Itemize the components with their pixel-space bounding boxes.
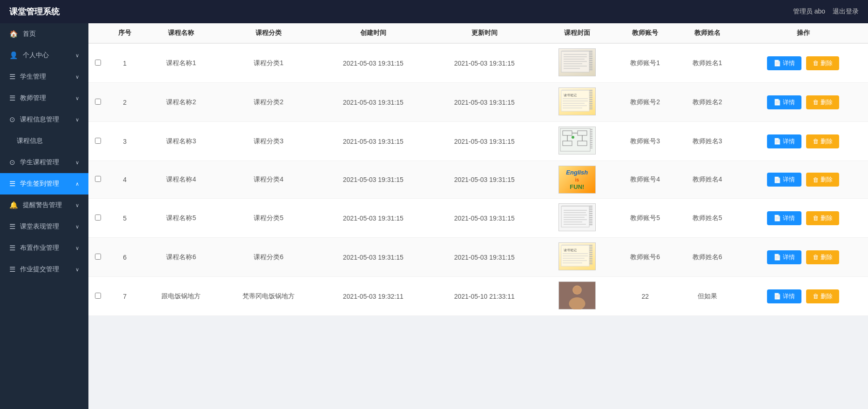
checkbox-4[interactable]	[95, 176, 101, 182]
row-checkbox-2[interactable]	[88, 83, 107, 122]
sidebar-item-home[interactable]: 🏠 首页	[0, 23, 88, 45]
chevron-icon-course-info-mgmt: ∨	[75, 117, 79, 123]
col-created: 创建时间	[317, 23, 429, 43]
row-index-6: 6	[107, 238, 142, 277]
table-row: 1 课程名称1 课程分类1 2021-05-03 19:31:15 2021-0…	[88, 43, 868, 83]
checkbox-7[interactable]	[95, 293, 101, 299]
delete-button-4[interactable]: 🗑 删除	[806, 173, 839, 187]
row-updated-7: 2021-05-10 21:33:11	[429, 277, 540, 316]
chevron-icon-student-checkin-mgmt: ∧	[75, 181, 79, 187]
row-category-3: 课程分类3	[220, 122, 317, 161]
checkbox-2[interactable]	[95, 99, 101, 105]
detail-icon-7: 📄	[774, 293, 781, 300]
row-checkbox-3[interactable]	[88, 122, 107, 161]
delete-button-3[interactable]: 🗑 删除	[806, 134, 839, 148]
user-label: 管理员 abo	[793, 7, 825, 16]
sidebar-item-personal[interactable]: 👤 个人中心 ∨	[0, 45, 88, 66]
chevron-icon-homework-submit-mgmt: ∨	[75, 267, 79, 273]
detail-icon-3: 📄	[774, 138, 781, 145]
row-index-1: 1	[107, 43, 142, 83]
sidebar-item-student-course-mgmt[interactable]: ⊙ 学生课程管理 ∨	[0, 152, 88, 173]
delete-button-1[interactable]: 🗑 删除	[806, 56, 839, 70]
chevron-icon-reminder-mgmt: ∨	[75, 202, 79, 208]
detail-button-7[interactable]: 📄 详情	[767, 289, 801, 303]
sidebar-item-homework-mgmt[interactable]: ☰ 布置作业管理 ∨	[0, 237, 88, 259]
delete-button-7[interactable]: 🗑 删除	[806, 289, 839, 303]
row-teacher-name-7: 但如果	[676, 277, 738, 316]
checkbox-5[interactable]	[95, 215, 101, 221]
sidebar-icon-course-info-mgmt: ⊙	[9, 115, 15, 124]
chevron-icon-teacher-mgmt: ∨	[75, 95, 79, 101]
sidebar-item-student-checkin-mgmt[interactable]: ☰ 学生签到管理 ∧	[0, 173, 88, 194]
delete-button-5[interactable]: 🗑 删除	[806, 211, 839, 225]
row-actions-1: 📄 详情 🗑 删除	[738, 43, 868, 83]
main-layout: 🏠 首页 👤 个人中心 ∨ ☰ 学生管理 ∨ ☰ 教师管理 ∨ ⊙ 课程信息管理…	[0, 23, 868, 409]
table-row: 6 课程名称6 课程分类6 2021-05-03 19:31:15 2021-0…	[88, 238, 868, 277]
detail-button-5[interactable]: 📄 详情	[767, 211, 801, 225]
checkbox-1[interactable]	[95, 60, 101, 66]
sidebar-item-classroom-perf-mgmt[interactable]: ☰ 课堂表现管理 ∨	[0, 216, 88, 237]
delete-icon-7: 🗑	[813, 293, 819, 300]
sidebar-item-course-info-mgmt[interactable]: ⊙ 课程信息管理 ∨	[0, 109, 88, 130]
row-category-5: 课程分类5	[220, 199, 317, 238]
row-teacher-name-6: 教师姓名6	[676, 238, 738, 277]
checkbox-3[interactable]	[95, 138, 101, 144]
row-actions-2: 📄 详情 🗑 删除	[738, 83, 868, 122]
row-updated-5: 2021-05-03 19:31:15	[429, 199, 540, 238]
sidebar-item-homework-submit-mgmt[interactable]: ☰ 作业提交管理 ∨	[0, 259, 88, 280]
sidebar-label-homework-submit-mgmt: 作业提交管理	[20, 265, 74, 274]
detail-button-1[interactable]: 📄 详情	[767, 56, 801, 70]
detail-button-6[interactable]: 📄 详情	[767, 250, 801, 264]
row-created-4: 2021-05-03 19:31:15	[317, 161, 429, 199]
sidebar-item-student-mgmt[interactable]: ☰ 学生管理 ∨	[0, 66, 88, 87]
sidebar-icon-home: 🏠	[9, 30, 18, 38]
sidebar-item-teacher-mgmt[interactable]: ☰ 教师管理 ∨	[0, 87, 88, 109]
chevron-icon-homework-mgmt: ∨	[75, 245, 79, 251]
row-checkbox-6[interactable]	[88, 238, 107, 277]
delete-button-6[interactable]: 🗑 删除	[806, 250, 839, 264]
detail-button-4[interactable]: 📄 详情	[767, 173, 801, 187]
checkbox-6[interactable]	[95, 254, 101, 260]
col-updated: 更新时间	[429, 23, 540, 43]
row-cover-2: 读书笔记	[540, 83, 614, 122]
row-updated-1: 2021-05-03 19:31:15	[429, 43, 540, 83]
detail-button-2[interactable]: 📄 详情	[767, 95, 801, 109]
col-cover: 课程封面	[540, 23, 614, 43]
delete-icon-6: 🗑	[813, 254, 819, 261]
logout-button[interactable]: 退出登录	[833, 7, 859, 16]
detail-button-3[interactable]: 📄 详情	[767, 134, 801, 148]
delete-icon-3: 🗑	[813, 138, 819, 145]
row-created-1: 2021-05-03 19:31:15	[317, 43, 429, 83]
row-checkbox-4[interactable]	[88, 161, 107, 199]
row-teacher-account-2: 教师账号2	[614, 83, 676, 122]
row-teacher-name-3: 教师姓名3	[676, 122, 738, 161]
delete-icon-2: 🗑	[813, 99, 819, 106]
delete-icon-5: 🗑	[813, 215, 819, 221]
sidebar-label-student-mgmt: 学生管理	[20, 73, 74, 81]
row-name-2: 课程名称2	[142, 83, 220, 122]
sidebar-icon-student-checkin-mgmt: ☰	[9, 180, 15, 188]
course-table: 序号 课程名称 课程分类 创建时间 更新时间 课程封面 教师账号 教师姓名 操作…	[88, 23, 868, 316]
row-actions-6: 📄 详情 🗑 删除	[738, 238, 868, 277]
row-updated-4: 2021-05-03 19:31:15	[429, 161, 540, 199]
row-checkbox-1[interactable]	[88, 43, 107, 83]
row-checkbox-7[interactable]	[88, 277, 107, 316]
row-created-2: 2021-05-03 19:31:15	[317, 83, 429, 122]
sidebar-label-homework-mgmt: 布置作业管理	[20, 244, 74, 252]
row-index-5: 5	[107, 199, 142, 238]
delete-button-2[interactable]: 🗑 删除	[806, 95, 839, 109]
row-index-3: 3	[107, 122, 142, 161]
sidebar-item-reminder-mgmt[interactable]: 🔔 提醒警告管理 ∨	[0, 194, 88, 216]
row-actions-3: 📄 详情 🗑 删除	[738, 122, 868, 161]
sidebar-icon-personal: 👤	[9, 51, 18, 60]
main-content: 序号 课程名称 课程分类 创建时间 更新时间 课程封面 教师账号 教师姓名 操作…	[88, 23, 868, 409]
sidebar-icon-student-mgmt: ☰	[9, 73, 15, 81]
row-actions-5: 📄 详情 🗑 删除	[738, 199, 868, 238]
sidebar-label-course-info: 课程信息	[17, 137, 79, 145]
row-updated-2: 2021-05-03 19:31:15	[429, 83, 540, 122]
sidebar-item-course-info[interactable]: 课程信息	[0, 130, 88, 152]
row-checkbox-5[interactable]	[88, 199, 107, 238]
svg-point-42	[573, 286, 581, 295]
col-name: 课程名称	[142, 23, 220, 43]
sidebar-icon-student-course-mgmt: ⊙	[9, 158, 15, 167]
